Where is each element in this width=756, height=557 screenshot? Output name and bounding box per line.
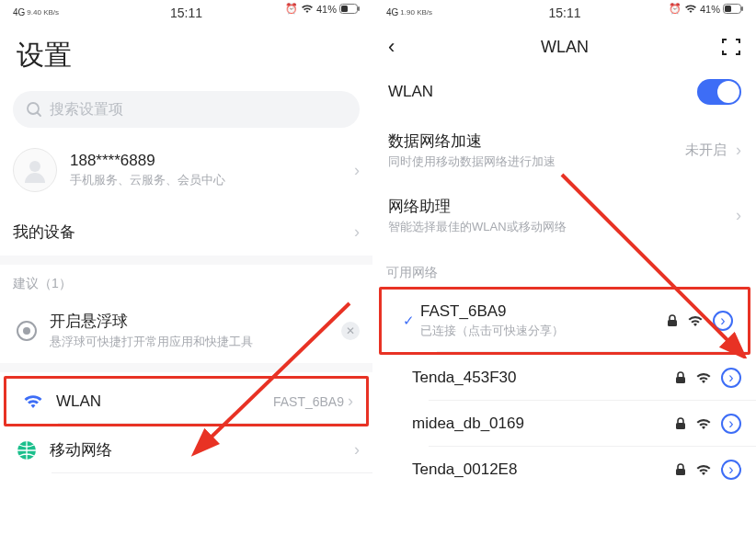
account-sub: 手机服务、云服务、会员中心 (70, 172, 225, 188)
svg-rect-11 (725, 6, 731, 12)
suggestion-sub: 悬浮球可快捷打开常用应用和快捷工具 (50, 334, 253, 350)
globe-icon (13, 440, 40, 460)
accel-title: 数据网络加速 (388, 131, 556, 152)
cellular-label: 移动网络 (50, 439, 112, 460)
net-speed: 1.90 KB/s (400, 9, 432, 17)
search-input[interactable]: 搜索设置项 (13, 91, 360, 128)
svg-rect-14 (676, 377, 685, 383)
accel-value: 未开启 (685, 142, 727, 159)
svg-rect-12 (741, 6, 743, 11)
suggestion-title: 开启悬浮球 (50, 311, 253, 332)
wlan-toggle-row[interactable]: WLAN (373, 66, 756, 118)
status-bar: 4G 9.40 KB/s 15:11 ⏰ 41% (0, 0, 372, 24)
header-title: WLAN (373, 38, 756, 57)
network-name: FAST_6BA9 (420, 302, 564, 321)
wifi-strength-icon (695, 372, 712, 384)
wifi-network-row[interactable]: midea_db_0169› (373, 401, 756, 447)
alarm-icon: ⏰ (669, 3, 682, 15)
svg-line-4 (38, 113, 41, 117)
cellular-row[interactable]: 移动网络 › (0, 426, 372, 473)
assistant-title: 网络助理 (388, 196, 567, 217)
chevron-right-icon: › (348, 392, 353, 411)
battery-icon (723, 4, 743, 14)
my-device-label: 我的设备 (13, 222, 75, 243)
float-ball-icon (13, 321, 40, 341)
wifi-icon (684, 5, 697, 14)
battery-icon (339, 4, 360, 14)
lock-icon (675, 371, 686, 384)
search-placeholder: 搜索设置项 (50, 100, 123, 119)
lock-icon (667, 314, 678, 327)
accel-sub: 同时使用移动数据网络进行加速 (388, 153, 556, 170)
my-device-row[interactable]: 我的设备 › (0, 209, 372, 256)
page-title: 设置 (0, 24, 372, 87)
network-name: midea_db_0169 (412, 415, 524, 433)
wlan-value: FAST_6BA9 (273, 394, 344, 409)
network-detail-button[interactable]: › (721, 460, 741, 480)
lock-icon (675, 417, 686, 430)
svg-point-7 (23, 327, 30, 335)
avatar (13, 148, 57, 192)
svg-rect-13 (668, 320, 677, 326)
network-detail-button[interactable]: › (713, 311, 733, 331)
alarm-icon: ⏰ (285, 3, 298, 15)
wifi-strength-icon (687, 315, 704, 327)
svg-rect-16 (676, 469, 685, 475)
suggestions-label: 建议（1） (0, 265, 372, 298)
wlan-switch-label: WLAN (388, 83, 433, 101)
svg-point-5 (29, 161, 40, 172)
wlan-label: WLAN (56, 392, 101, 411)
status-bar: 4G 1.90 KB/s 15:11 ⏰ 41% (373, 0, 756, 24)
chevron-right-icon: › (736, 141, 741, 160)
lock-icon (675, 463, 686, 476)
wifi-strength-icon (695, 418, 712, 430)
network-name: Tenda_0012E8 (412, 460, 517, 479)
assistant-sub: 智能选择最佳的WLAN或移动网络 (388, 219, 567, 235)
network-detail-button[interactable]: › (721, 414, 741, 434)
wlan-row[interactable]: WLAN FAST_6BA9 › (4, 376, 369, 426)
wifi-strength-icon (695, 464, 712, 476)
network-detail-button[interactable]: › (721, 368, 741, 388)
chevron-right-icon: › (354, 440, 360, 460)
signal-icon: 4G (386, 8, 398, 17)
wifi-icon (301, 5, 314, 14)
wifi-icon (19, 393, 47, 410)
suggestion-row[interactable]: 开启悬浮球 悬浮球可快捷打开常用应用和快捷工具 ✕ (0, 298, 372, 363)
wifi-network-row[interactable]: Tenda_453F30› (373, 355, 756, 401)
data-accel-row[interactable]: 数据网络加速 同时使用移动数据网络进行加速 未开启 › (373, 118, 756, 183)
net-speed: 9.40 KB/s (27, 9, 59, 17)
svg-rect-2 (358, 6, 360, 11)
svg-rect-15 (676, 423, 685, 429)
battery-text: 41% (316, 4, 337, 15)
svg-rect-1 (341, 6, 348, 12)
battery-text: 41% (700, 4, 720, 15)
account-phone: 188****6889 (70, 152, 225, 170)
available-networks-label: 可用网络 (373, 248, 756, 287)
wlan-screen: 4G 1.90 KB/s 15:11 ⏰ 41% ‹ WLAN WLAN (373, 0, 756, 557)
signal-icon: 4G (13, 8, 25, 17)
dismiss-icon[interactable]: ✕ (341, 322, 360, 340)
settings-screen: 4G 9.40 KB/s 15:11 ⏰ 41% 设置 搜索设置项 188***… (0, 0, 373, 557)
connected-check-icon: ✓ (396, 313, 420, 329)
chevron-right-icon: › (354, 222, 360, 242)
account-row[interactable]: 188****6889 手机服务、云服务、会员中心 › (0, 131, 372, 209)
net-assistant-row[interactable]: 网络助理 智能选择最佳的WLAN或移动网络 › (373, 183, 756, 248)
chevron-right-icon: › (736, 206, 741, 225)
wlan-switch[interactable] (697, 79, 741, 105)
wifi-network-row[interactable]: ✓FAST_6BA9已连接（点击可快速分享）› (379, 287, 750, 355)
search-icon (26, 101, 42, 118)
network-name: Tenda_453F30 (412, 369, 516, 387)
wlan-header: ‹ WLAN (373, 24, 756, 66)
chevron-right-icon: › (354, 161, 360, 180)
wifi-network-row[interactable]: Tenda_0012E8› (373, 447, 756, 493)
network-sub: 已连接（点击可快速分享） (420, 323, 564, 339)
